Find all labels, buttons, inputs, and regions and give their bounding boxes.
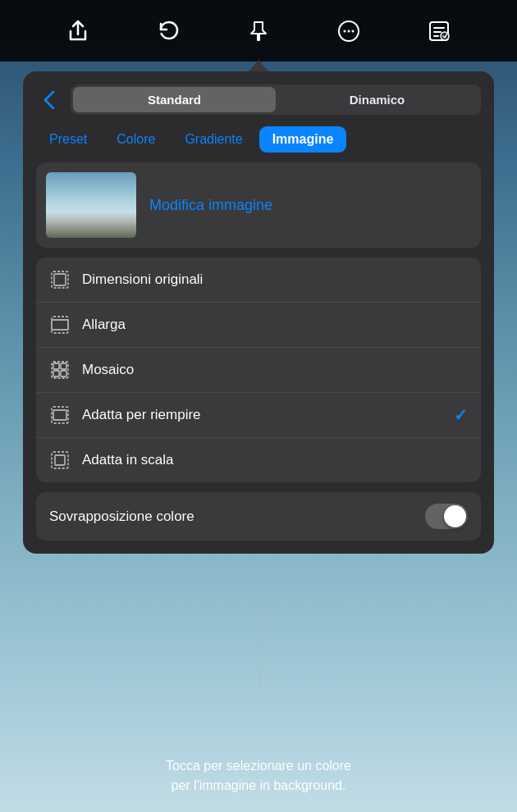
tab-colore[interactable]: Colore [103, 126, 168, 153]
svg-point-2 [348, 30, 350, 32]
edit-image-button[interactable]: Modifica immagine [149, 197, 272, 214]
toggle-label: Sovrapposizione colore [49, 509, 194, 525]
tooltip-arrow [249, 60, 268, 71]
segment-standard[interactable]: Standard [73, 87, 276, 112]
svg-rect-16 [53, 410, 66, 420]
mosaico-icon [49, 359, 71, 381]
svg-point-3 [352, 30, 355, 32]
toggle-knob [444, 505, 466, 527]
options-list: Dimensioni originali Allarga [36, 258, 481, 482]
svg-rect-8 [52, 317, 68, 333]
adatta-scala-icon [49, 449, 71, 471]
pin-icon[interactable] [240, 13, 277, 49]
image-thumbnail [46, 172, 136, 238]
image-thumb-inner [46, 172, 136, 238]
svg-point-1 [344, 30, 346, 32]
svg-rect-11 [53, 363, 59, 369]
undo-icon[interactable] [150, 13, 186, 49]
panel-header: Standard Dinamico [23, 71, 494, 115]
svg-rect-17 [52, 452, 68, 468]
share-icon[interactable] [60, 13, 96, 49]
image-section: Modifica immagine [36, 162, 481, 248]
option-label-adatta-scala: Adatta in scala [82, 452, 468, 468]
tab-bar: Preset Colore Gradiente Immagine [23, 115, 494, 153]
option-adatta-scala[interactable]: Adatta in scala [36, 438, 481, 482]
back-button[interactable] [36, 87, 62, 113]
color-overlay-toggle[interactable] [425, 504, 468, 529]
option-label-dimensioni: Dimensioni originali [82, 271, 468, 288]
connector-line [258, 591, 259, 689]
svg-rect-15 [52, 407, 68, 423]
option-label-allarga: Allarga [82, 317, 468, 333]
svg-rect-10 [52, 362, 68, 378]
adatta-riempire-icon [49, 404, 71, 426]
segment-control: Standard Dinamico [71, 84, 481, 115]
svg-rect-12 [61, 363, 66, 369]
main-panel: Standard Dinamico Preset Colore Gradient… [23, 71, 494, 554]
markup-icon[interactable] [421, 13, 457, 49]
segment-dinamico[interactable]: Dinamico [276, 87, 478, 112]
svg-rect-14 [61, 371, 66, 376]
more-icon[interactable] [331, 13, 367, 49]
tab-immagine[interactable]: Immagine [259, 126, 347, 153]
option-mosaico[interactable]: Mosaico [36, 348, 481, 393]
tab-gradiente[interactable]: Gradiente [172, 126, 255, 153]
toggle-section: Sovrapposizione colore [36, 492, 481, 541]
option-dimensioni-originali[interactable]: Dimensioni originali [36, 258, 481, 303]
svg-rect-7 [54, 274, 66, 285]
option-adatta-riempire[interactable]: Adatta per riempire ✓ [36, 393, 481, 438]
top-toolbar [0, 0, 517, 62]
tooltip-text: Tocca per selezionare un colore per l'im… [0, 756, 517, 796]
allarga-icon [49, 314, 71, 335]
option-label-mosaico: Mosaico [82, 362, 468, 378]
dimensioni-originali-icon [49, 269, 71, 290]
check-icon: ✓ [454, 405, 468, 425]
option-allarga[interactable]: Allarga [36, 303, 481, 348]
svg-rect-13 [53, 371, 59, 376]
tab-preset[interactable]: Preset [36, 126, 100, 153]
svg-rect-18 [55, 455, 65, 465]
svg-rect-9 [52, 320, 68, 330]
option-label-adatta-riempire: Adatta per riempire [82, 407, 442, 423]
svg-point-5 [441, 32, 449, 40]
